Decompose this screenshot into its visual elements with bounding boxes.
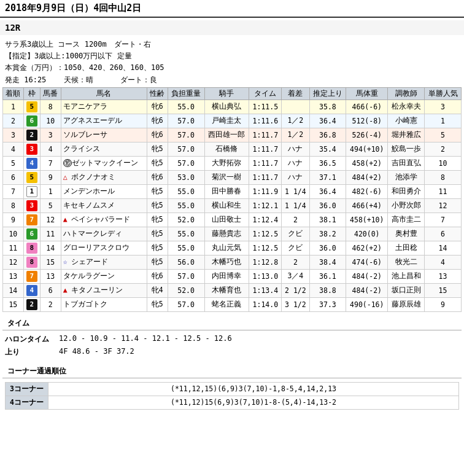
corner-label: 3コーナー xyxy=(6,382,48,396)
corner-value: (*11,12)15(6,9)3(7,10)1-8-(5,4)-14,13-2 xyxy=(48,396,459,409)
table-row: 11814グローリアスクロウ牝555.0丸山元気1:12.5クビ36.0462(… xyxy=(3,241,462,255)
cell-seire: 牝5 xyxy=(147,156,168,170)
cell-kishu: 横山和生 xyxy=(204,198,249,213)
cell-chasa: ハナ xyxy=(282,170,309,184)
cell-bano: 2 xyxy=(40,297,61,311)
halon-row: ハロンタイム 12.0 - 10.9 - 11.4 - 12.1 - 12.5 … xyxy=(5,333,459,346)
results-table-wrap: 着順 枠 馬番 馬名 性齢 負担重量 騎手 タイム 着差 推定上り 馬体重 調教… xyxy=(0,87,464,312)
cell-chokyoshi: 土田稔 xyxy=(388,241,425,255)
cell-futan: 57.0 xyxy=(168,156,204,170)
col-time: タイム xyxy=(249,87,282,99)
cell-time: 1:12.5 xyxy=(249,227,282,241)
page-header: 2018年9月9日（日）4回中山2日 xyxy=(0,0,464,18)
cell-taiju: 466(-6) xyxy=(346,99,388,114)
table-row: 659△ ボクノナオミ牝653.0菊沢一樹1:11.7ハナ37.1484(+2)… xyxy=(3,170,462,184)
table-row: 1522トブガゴトク牝557.0蛯名正義1:14.03 1/237.3490(-… xyxy=(3,297,462,311)
cell-ninki: 15 xyxy=(425,283,462,297)
col-chokyoshi: 調教師 xyxy=(388,87,425,99)
cell-agari: 36.5 xyxy=(309,156,346,170)
table-header-row: 着順 枠 馬番 馬名 性齢 負担重量 騎手 タイム 着差 推定上り 馬体重 調教… xyxy=(3,87,462,99)
cell-futan: 56.0 xyxy=(168,255,204,269)
cell-name: キセキノムスメ xyxy=(61,198,147,213)
cell-bano: 12 xyxy=(40,213,61,227)
cell-taiju: 482(-6) xyxy=(346,184,388,198)
corner-label: 4コーナー xyxy=(6,396,48,409)
cell-taiju: 526(-4) xyxy=(346,128,388,142)
race-time-weather: 発走 16:25 天候：晴 ダート：良 xyxy=(5,74,459,86)
cell-seire: 牝5 xyxy=(147,227,168,241)
cell-time: 1:12.1 xyxy=(249,198,282,213)
cell-name: ▲ キタノユーリン xyxy=(61,283,147,297)
cell-futan: 57.0 xyxy=(168,297,204,311)
cell-chokyoshi: 和田勇介 xyxy=(388,184,425,198)
table-row: 2610アグネスエーデル牝657.0戸崎圭太1:11.61／236.4512(-… xyxy=(3,114,462,128)
table-row: 13713タケルラグーン牝657.0内田博幸1:13.03／436.1484(-… xyxy=(3,269,462,283)
corner-row: 4コーナー(*11,12)15(6,9)3(7,10)1-8-(5,4)-14,… xyxy=(6,396,459,409)
cell-seire: 牝5 xyxy=(147,213,168,227)
corner-table: 3コーナー(*11,12,15)(6,9)3(7,10)-1,8-5,4,14,… xyxy=(5,382,459,410)
cell-ninki: 8 xyxy=(425,170,462,184)
cell-name: クライシス xyxy=(61,142,147,156)
cell-ninki: 10 xyxy=(425,156,462,170)
cell-taiju: 458(+2) xyxy=(346,156,388,170)
cell-name: ハトマークレディ xyxy=(61,227,147,241)
cell-time: 1:12.5 xyxy=(249,241,282,255)
cell-waku: 8 xyxy=(23,241,40,255)
cell-chasa: 1 1/4 xyxy=(282,198,309,213)
cell-taiju: 484(-2) xyxy=(346,283,388,297)
cell-waku: 6 xyxy=(23,227,40,241)
corner-row: 3コーナー(*11,12,15)(6,9)3(7,10)-1,8-5,4,14,… xyxy=(6,382,459,396)
cell-waku: 3 xyxy=(23,142,40,156)
cell-chakujun: 7 xyxy=(3,184,24,198)
cell-bano: 1 xyxy=(40,184,61,198)
cell-seire: 牝5 xyxy=(147,255,168,269)
table-row: 835キセキノムスメ牝555.0横山和生1:12.11 1/436.0466(+… xyxy=(3,198,462,213)
cell-agari: 38.8 xyxy=(309,283,346,297)
cell-waku: 6 xyxy=(23,114,40,128)
cell-taiju: 512(-8) xyxy=(346,114,388,128)
halon-value: 12.0 - 10.9 - 11.4 - 12.1 - 12.5 - 12.6 xyxy=(59,334,232,345)
cell-futan: 55.0 xyxy=(168,198,204,213)
cell-kishu: 田中勝春 xyxy=(204,184,249,198)
cell-ninki: 13 xyxy=(425,269,462,283)
cell-chasa xyxy=(282,99,309,114)
cell-waku: 2 xyxy=(23,128,40,142)
results-table: 着順 枠 馬番 馬名 性齢 負担重量 騎手 タイム 着差 推定上り 馬体重 調教… xyxy=(2,87,462,312)
cell-chokyoshi: 坂口正則 xyxy=(388,283,425,297)
cell-seire: 牝5 xyxy=(147,184,168,198)
cell-chakujun: 15 xyxy=(3,297,24,311)
page-title: 2018年9月9日（日）4回中山2日 xyxy=(5,2,141,14)
cell-taiju: 474(-6) xyxy=(346,255,388,269)
cell-kishu: 丸山元気 xyxy=(204,241,249,255)
cell-chokyoshi: 牧光二 xyxy=(388,255,425,269)
cell-futan: 55.0 xyxy=(168,99,204,114)
corner-value: (*11,12,15)(6,9)3(7,10)-1,8-5,4,14,2,13 xyxy=(48,382,459,396)
cell-agari: 38.1 xyxy=(309,213,346,227)
cell-waku: 3 xyxy=(23,198,40,213)
cell-seire: 牝6 xyxy=(147,99,168,114)
cell-waku: 7 xyxy=(23,213,40,227)
cell-ninki: 11 xyxy=(425,184,462,198)
cell-name: モアニケアラ xyxy=(61,99,147,114)
cell-ninki: 6 xyxy=(425,227,462,241)
cell-kishu: 蛯名正義 xyxy=(204,297,249,311)
cell-chasa: 2 xyxy=(282,255,309,269)
cell-futan: 55.0 xyxy=(168,227,204,241)
cell-chokyoshi: 松永幸夫 xyxy=(388,99,425,114)
cell-chasa: 2 1/2 xyxy=(282,283,309,297)
cell-time: 1:12.4 xyxy=(249,213,282,227)
cell-futan: 52.0 xyxy=(168,213,204,227)
cell-name: △ ボクノナオミ xyxy=(61,170,147,184)
cell-bano: 14 xyxy=(40,241,61,255)
cell-agari: 38.4 xyxy=(309,255,346,269)
cell-kishu: 木幡育也 xyxy=(204,283,249,297)
cell-name: グローリアスクロウ xyxy=(61,241,147,255)
cell-kishu: 菊沢一樹 xyxy=(204,170,249,184)
col-name: 馬名 xyxy=(61,87,147,99)
cell-seire: 牝5 xyxy=(147,297,168,311)
table-row: 434クライシス牝557.0石橋脩1:11.7ハナ35.4494(+10)鮫島一… xyxy=(3,142,462,156)
cell-futan: 55.0 xyxy=(168,184,204,198)
cell-kishu: 木幡巧也 xyxy=(204,255,249,269)
cell-ninki: 7 xyxy=(425,213,462,227)
cell-agari: 36.4 xyxy=(309,114,346,128)
